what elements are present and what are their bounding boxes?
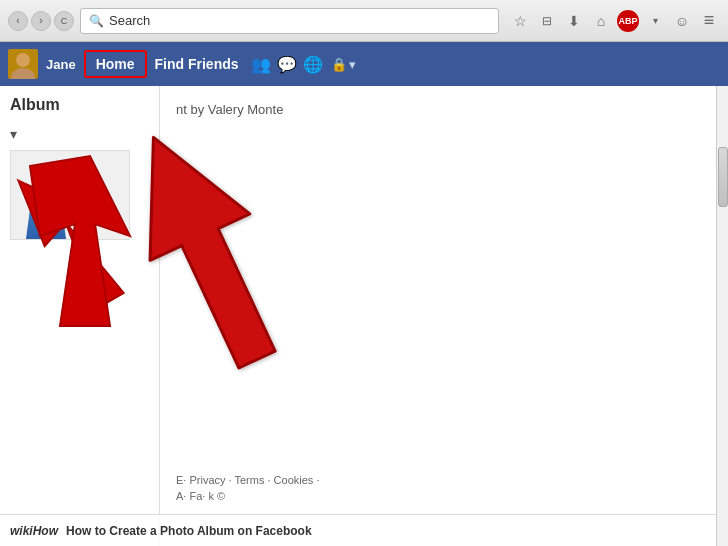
avatar-image	[8, 49, 38, 79]
scrollbar-thumb[interactable]	[718, 147, 728, 207]
main-content: Album ▾ nt by Valery Monte E· Privacy · …	[0, 86, 728, 546]
search-text: Search	[109, 13, 150, 28]
refresh-button[interactable]: C	[54, 11, 74, 31]
lock-dropdown[interactable]: 🔒 ▾	[331, 57, 356, 72]
wikihow-logo: wikiHow	[10, 524, 58, 538]
browser-chrome: ‹ › C 🔍 Search ☆ ⊟ ⬇ ⌂ ABP ▾ ☺ ≡	[0, 0, 728, 42]
smiley-icon[interactable]: ☺	[671, 10, 693, 32]
facebook-navbar: Jane Home Find Friends 👥 💬 🌐 🔒 ▾	[0, 42, 728, 86]
browser-nav-buttons: ‹ › C	[8, 11, 74, 31]
home-icon[interactable]: ⌂	[590, 10, 612, 32]
sidebar-chevron-icon[interactable]: ▾	[10, 126, 149, 142]
avatar[interactable]	[8, 49, 38, 79]
scrollbar[interactable]	[716, 86, 728, 546]
facebook-nav-icons: 👥 💬 🌐	[251, 55, 323, 74]
content-credit: nt by Valery Monte	[176, 102, 712, 117]
sidebar-thumbnail[interactable]	[10, 150, 130, 240]
wikihow-article-title: How to Create a Photo Album on Facebook	[66, 524, 312, 538]
center-content: nt by Valery Monte E· Privacy · Terms · …	[160, 86, 728, 546]
download-icon[interactable]: ⬇	[563, 10, 585, 32]
footer-links: E· Privacy · Terms · Cookies ·	[176, 474, 319, 486]
bookmark-icon[interactable]: ⊟	[536, 10, 558, 32]
friends-icon[interactable]: 👥	[251, 55, 271, 74]
star-icon[interactable]: ☆	[509, 10, 531, 32]
browser-actions: ☆ ⊟ ⬇ ⌂ ABP ▾ ☺ ≡	[509, 10, 720, 32]
user-name[interactable]: Jane	[46, 57, 76, 72]
adblock-icon[interactable]: ABP	[617, 10, 639, 32]
home-button[interactable]: Home	[84, 50, 147, 78]
find-friends-button[interactable]: Find Friends	[155, 56, 239, 72]
forward-button[interactable]: ›	[31, 11, 51, 31]
lock-icon: 🔒	[331, 57, 347, 72]
search-bar[interactable]: 🔍 Search	[80, 8, 499, 34]
back-button[interactable]: ‹	[8, 11, 28, 31]
svg-point-1	[16, 53, 30, 67]
thumbnail-shape	[26, 179, 66, 239]
chat-icon[interactable]: 💬	[277, 55, 297, 74]
left-sidebar: Album ▾	[0, 86, 160, 546]
menu-icon[interactable]: ≡	[698, 10, 720, 32]
globe-icon[interactable]: 🌐	[303, 55, 323, 74]
lock-chevron-icon: ▾	[349, 57, 356, 72]
footer-copy: A· Fa· k ©	[176, 490, 225, 502]
search-icon: 🔍	[89, 14, 104, 28]
album-title: Album	[10, 96, 149, 114]
chevron-down-icon[interactable]: ▾	[644, 10, 666, 32]
wikihow-bar: wikiHow How to Create a Photo Album on F…	[0, 514, 716, 546]
